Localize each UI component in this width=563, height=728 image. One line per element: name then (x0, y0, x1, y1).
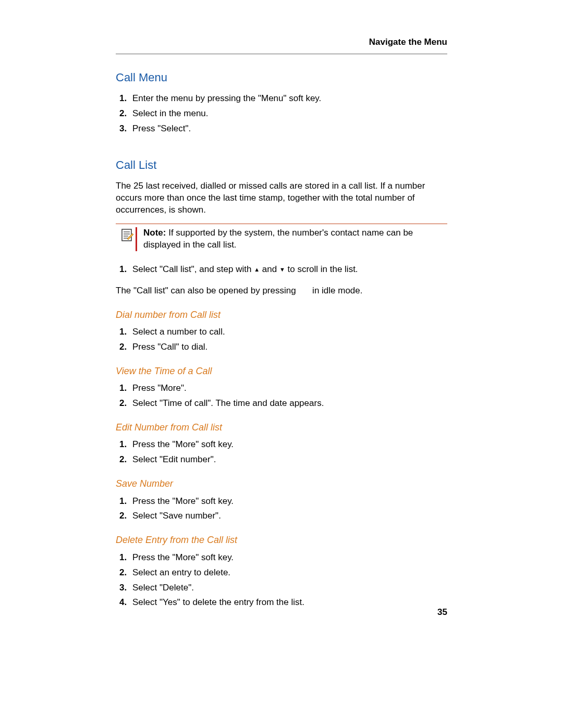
note-label: Note: (143, 228, 166, 238)
step-text: Press the "More" soft key. (132, 439, 234, 449)
heading-edit-number: Edit Number from Call list (116, 421, 447, 434)
list-item: Press "Select". (129, 123, 447, 135)
header-title: Navigate the Menu (116, 36, 447, 48)
heading-dial-number: Dial number from Call list (116, 309, 447, 321)
note-body: If supported by the system, the number's… (143, 228, 413, 250)
call-list-steps: Select "Call list", and step with ▲ and … (116, 264, 447, 276)
step-text-pre: Select "Call list", and step with (132, 264, 254, 274)
page-header: Navigate the Menu (0, 36, 563, 54)
note-icon (121, 228, 134, 245)
list-item: Select an entry to delete. (129, 567, 447, 579)
list-item: Select "Delete". (129, 582, 447, 594)
list-item: Select "Save number". (129, 510, 447, 522)
view-time-steps: Press "More". Select "Time of call". The… (116, 382, 447, 410)
idle-mode-text: The "Call list" can also be opened by pr… (116, 285, 447, 297)
heading-delete-entry: Delete Entry from the Call list (116, 534, 447, 546)
heading-save-number: Save Number (116, 477, 447, 490)
triangle-down-icon: ▼ (279, 266, 285, 274)
step-text: Select "Time of call". The time and date… (132, 398, 324, 408)
step-text: Select an entry to delete. (132, 567, 230, 577)
step-text: Select "Save number". (132, 511, 221, 521)
call-list-intro: The 25 last received, dialled or missed … (116, 180, 447, 216)
step-text: Select a number to call. (132, 327, 225, 337)
step-text-post: to scroll in the list. (285, 264, 358, 274)
page-number: 35 (437, 607, 447, 619)
list-item: Select "Call list", and step with ▲ and … (129, 264, 447, 276)
heading-call-list: Call List (116, 157, 447, 173)
step-text: Press the "More" soft key. (132, 496, 234, 506)
list-item: Press the "More" soft key. (129, 496, 447, 508)
step-text-mid: and (260, 264, 279, 274)
edit-number-steps: Press the "More" soft key. Select "Edit … (116, 439, 447, 466)
list-item: Select "Edit number". (129, 454, 447, 466)
note-box: Note: If supported by the system, the nu… (116, 224, 447, 254)
step-text: Select "Edit number". (132, 454, 216, 464)
delete-entry-steps: Press the "More" soft key. Select an ent… (116, 552, 447, 609)
step-text: Press "More". (132, 383, 187, 393)
save-number-steps: Press the "More" soft key. Select "Save … (116, 496, 447, 523)
idle-post: in idle mode. (310, 286, 362, 295)
heading-call-menu: Call Menu (116, 70, 447, 85)
note-text: Note: If supported by the system, the nu… (141, 227, 447, 251)
heading-view-time: View the Time of a Call (116, 365, 447, 377)
step-text: Select in the menu. (132, 108, 209, 118)
step-text: Enter the menu by pressing the "Menu" so… (132, 93, 321, 103)
list-item: Select "Time of call". The time and date… (129, 398, 447, 410)
step-text: Press "Call" to dial. (132, 342, 207, 352)
list-item: Press the "More" soft key. (129, 439, 447, 451)
step-text: Select "Delete". (132, 583, 194, 593)
content: Call Menu Enter the menu by pressing the… (0, 54, 563, 609)
step-text: Press "Select". (132, 124, 191, 133)
list-item: Press "More". (129, 382, 447, 394)
list-item: Press "Call" to dial. (129, 341, 447, 353)
call-menu-steps: Enter the menu by pressing the "Menu" so… (116, 93, 447, 135)
triangle-up-icon: ▲ (254, 266, 260, 274)
list-item: Select a number to call. (129, 326, 447, 338)
step-text: Select "Yes" to delete the entry from th… (132, 597, 304, 607)
list-item: Select in the menu. (129, 108, 447, 120)
dial-number-steps: Select a number to call. Press "Call" to… (116, 326, 447, 353)
page: Navigate the Menu Call Menu Enter the me… (0, 0, 563, 728)
list-item: Press the "More" soft key. (129, 552, 447, 564)
note-accent-bar (136, 227, 137, 251)
idle-pre: The "Call list" can also be opened by pr… (116, 286, 298, 295)
step-text: Press the "More" soft key. (132, 552, 234, 562)
svg-rect-0 (122, 229, 131, 241)
list-item: Enter the menu by pressing the "Menu" so… (129, 93, 447, 105)
list-item: Select "Yes" to delete the entry from th… (129, 597, 447, 609)
